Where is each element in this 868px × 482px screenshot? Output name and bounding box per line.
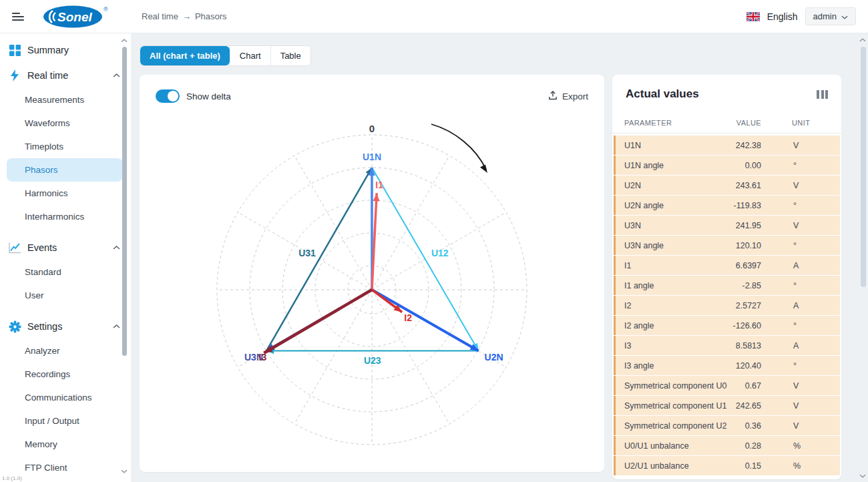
sidebar-subitem[interactable]: Phasors xyxy=(7,158,123,182)
sidebar-scrollbar-thumb[interactable] xyxy=(122,47,127,356)
sidebar-subitem[interactable]: Interharmonics xyxy=(7,205,123,228)
unit-cell: A xyxy=(783,261,840,270)
sidebar-group-real-time: Real time MeasurementsWaveformsTimeplots… xyxy=(0,63,131,228)
value-cell: 0.36 xyxy=(730,421,783,431)
sidebar-subitem[interactable]: Measurements xyxy=(7,88,123,111)
toggle-switch-on[interactable] xyxy=(156,89,180,103)
sidebar-scroll-down-icon[interactable] xyxy=(121,469,128,473)
parameter-cell: U2/U1 unbalance xyxy=(616,461,730,471)
parameter-cell: Symmetrical component U2 xyxy=(616,421,730,431)
parameter-cell: Symmetrical component U0 xyxy=(616,381,730,391)
tab-chart[interactable]: Chart xyxy=(230,46,270,65)
brand-text: Sonel xyxy=(57,10,92,24)
parameter-cell: I2 angle xyxy=(616,321,730,330)
show-delta-toggle[interactable]: Show delta xyxy=(156,89,231,103)
sidebar-item-events[interactable]: Events xyxy=(0,235,131,260)
app-version: 1.0 (1.0) xyxy=(2,475,22,481)
value-cell: 0.67 xyxy=(730,381,783,391)
sidebar-item-summary[interactable]: Summary xyxy=(0,37,131,63)
unit-cell: V xyxy=(783,381,840,391)
sidebar-subitem[interactable]: Recordings xyxy=(7,363,123,386)
sidebar-subitem[interactable]: Timeplots xyxy=(7,135,123,158)
language-selector[interactable]: English xyxy=(767,11,798,22)
table-header-row: PARAMETER VALUE UNIT xyxy=(612,119,841,134)
actual-values-card: Actual values PARAMETER VALUE UNIT U1N 2… xyxy=(612,75,841,479)
unit-cell: % xyxy=(783,461,840,471)
vector-I3 xyxy=(264,290,372,353)
sidebar-item-label: Settings xyxy=(27,321,62,332)
table-row: I1 angle -2.85 ° xyxy=(614,276,840,295)
table-row: I2 2.5727 A xyxy=(614,296,840,315)
uk-flag-icon xyxy=(746,12,760,21)
table-row: I3 8.5813 A xyxy=(614,336,840,355)
sidebar-subitem[interactable]: Waveforms xyxy=(7,111,123,135)
user-menu-button[interactable]: admin xyxy=(805,7,856,25)
unit-cell: A xyxy=(783,301,840,310)
value-cell: 120.40 xyxy=(730,361,783,371)
topbar: Sonel ® Real time → Phasors English admi… xyxy=(0,0,868,33)
chevron-up-icon xyxy=(113,73,120,77)
unit-cell: ° xyxy=(783,321,840,330)
parameter-cell: U3N xyxy=(616,221,730,230)
sidebar-subitem[interactable]: FTP Client xyxy=(7,456,123,479)
value-cell: -2.85 xyxy=(730,281,783,290)
value-cell: 242.65 xyxy=(730,401,783,411)
sidebar-scroll-up-icon[interactable] xyxy=(121,39,128,43)
table-row: U2/U1 unbalance 0.15 % xyxy=(614,456,840,475)
sidebar-item-label: Events xyxy=(27,242,57,253)
page-scroll-down-icon[interactable] xyxy=(859,474,866,478)
sidebar-subitem[interactable]: Harmonics xyxy=(7,182,123,205)
table-row: Symmetrical component U0 0.67 V xyxy=(614,376,840,395)
lightning-icon xyxy=(9,69,21,81)
delta-edge-U12 xyxy=(372,168,479,351)
table-row: U1N angle 0.00 ° xyxy=(614,156,840,175)
sidebar-subitem[interactable]: Communications xyxy=(7,386,123,409)
table-columns-icon[interactable] xyxy=(817,90,828,99)
hamburger-menu-icon[interactable] xyxy=(12,11,25,23)
parameter-cell: I1 angle xyxy=(616,281,730,290)
page-scrollbar-thumb[interactable] xyxy=(861,47,866,287)
unit-cell: V xyxy=(783,221,840,230)
value-cell: 6.6397 xyxy=(730,261,783,270)
value-cell: 0.00 xyxy=(730,161,783,170)
unit-cell: ° xyxy=(783,281,840,290)
grid-spoke xyxy=(372,290,449,424)
unit-cell: V xyxy=(783,181,840,190)
tab-table[interactable]: Table xyxy=(270,46,310,65)
sidebar-item-settings[interactable]: Settings xyxy=(0,314,131,339)
delta-edge-label-U23: U23 xyxy=(364,355,381,366)
value-cell: -119.83 xyxy=(730,201,783,210)
tab-all-chart-table[interactable]: All (chart + table) xyxy=(140,46,230,65)
sidebar: Summary Real time MeasurementsWaveformsT… xyxy=(0,33,131,482)
rotation-direction-arrowhead xyxy=(480,165,487,174)
gear-icon xyxy=(9,320,21,333)
table-row: U3N angle 120.10 ° xyxy=(614,236,840,255)
unit-cell: ° xyxy=(783,201,840,210)
sidebar-subitem[interactable]: Standard xyxy=(7,260,123,284)
parameter-cell: U1N xyxy=(616,141,730,150)
actual-values-title: Actual values xyxy=(626,87,699,101)
value-cell: 0.15 xyxy=(730,461,783,471)
parameter-cell: I3 xyxy=(616,341,730,350)
page-scroll-up-icon[interactable] xyxy=(859,38,866,42)
sidebar-group-events: Events StandardUser xyxy=(0,235,131,307)
unit-cell: ° xyxy=(783,161,840,170)
unit-cell: A xyxy=(783,341,840,350)
sidebar-item-label: Real time xyxy=(27,70,68,81)
parameter-cell: Symmetrical component U1 xyxy=(616,401,730,411)
sidebar-subitem[interactable]: Analyzer xyxy=(7,339,123,363)
sidebar-group-summary: Summary xyxy=(0,37,131,63)
parameter-cell: U3N angle xyxy=(616,241,730,250)
parameter-cell: I3 angle xyxy=(616,361,730,371)
table-row: Symmetrical component U2 0.36 V xyxy=(614,416,840,435)
chevron-up-icon xyxy=(113,324,120,328)
sidebar-subitem[interactable]: User xyxy=(7,284,123,307)
vector-label-I3: I3 xyxy=(259,352,267,363)
sidebar-subitem[interactable]: Input / Output xyxy=(7,409,123,433)
value-cell: 0.28 xyxy=(730,441,783,451)
column-header-parameter: PARAMETER xyxy=(614,119,730,127)
sidebar-subitem[interactable]: Memory xyxy=(7,433,123,456)
export-button[interactable]: Export xyxy=(548,91,588,102)
breadcrumb-page: Phasors xyxy=(195,11,227,21)
sidebar-item-real-time[interactable]: Real time xyxy=(0,63,131,88)
